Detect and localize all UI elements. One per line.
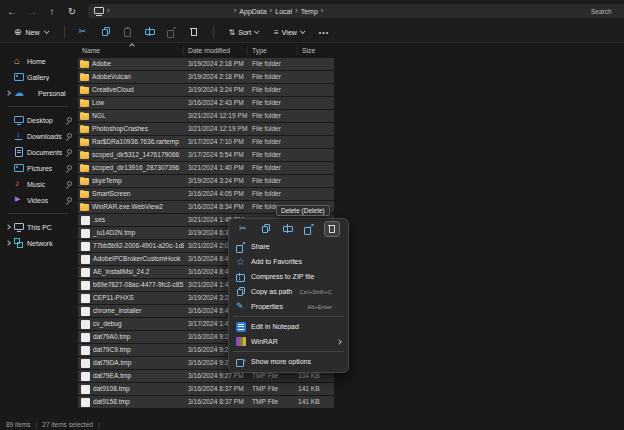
sidebar-item[interactable]: Documents — [0, 144, 76, 160]
quick-action-icon — [304, 224, 314, 234]
status-bar: 89 items | 27 items selected | — [0, 418, 624, 430]
file-type: File folder — [248, 162, 298, 174]
file-type-icon — [81, 346, 90, 355]
quick-action-button[interactable] — [259, 222, 273, 236]
sort-button[interactable]: ⇅ Sort — [224, 26, 264, 39]
context-menu-item[interactable]: WinRAR — [229, 334, 348, 349]
address-bar[interactable]: › › AppData › Local › Temp › — [88, 4, 616, 18]
file-name: b69e7827-08ac-4477-9fc2-c85138e7f894.t..… — [93, 279, 184, 291]
pin-icon — [66, 133, 72, 140]
toolbar-button[interactable] — [141, 24, 159, 40]
breadcrumb-separator: › — [321, 6, 324, 16]
breadcrumb-segment[interactable]: AppData › — [239, 6, 272, 16]
file-row[interactable]: dat9108.tmp 3/16/2024 8:37 PM TMP File 1… — [78, 383, 334, 395]
plus-circle-icon: ⊕ — [14, 27, 22, 37]
file-row[interactable]: SmartScreen 3/16/2024 4:05 PM File folde… — [78, 188, 334, 200]
file-type-icon — [81, 333, 90, 342]
file-type: File folder — [248, 149, 298, 161]
file-type: File folder — [248, 97, 298, 109]
sidebar-item-icon — [14, 72, 24, 82]
file-row[interactable]: AdobeVulcan 3/19/2024 2:18 PM File folde… — [78, 71, 334, 83]
file-date-modified: 3/19/2024 2:18 PM — [184, 58, 248, 70]
chevron-down-icon — [254, 28, 260, 34]
sidebar-item[interactable]: Downloads — [0, 128, 76, 144]
breadcrumb-segment[interactable]: Temp › — [301, 6, 324, 16]
toolbar-button[interactable] — [163, 24, 181, 40]
sidebar-item[interactable]: Home — [0, 53, 76, 69]
sidebar-item[interactable]: Pictures — [0, 160, 76, 176]
sidebar-item-icon — [14, 163, 24, 173]
sidebar-item[interactable]: Network — [0, 235, 76, 251]
file-row[interactable]: skyeTemp 3/19/2024 3:24 PM File folder — [78, 175, 334, 187]
sidebar-item[interactable]: Desktop — [0, 112, 76, 128]
column-header-size[interactable]: Size — [298, 46, 334, 55]
column-header-type[interactable]: Type — [248, 46, 298, 55]
context-menu-item[interactable]: Copy as path Ctrl+Shift+C — [229, 284, 348, 299]
search-input[interactable] — [586, 4, 624, 18]
expand-chevron-icon[interactable] — [5, 90, 11, 96]
toolbar-button[interactable] — [185, 24, 203, 40]
sidebar-item[interactable]: This PC — [0, 219, 76, 235]
file-size: 141 KB — [298, 396, 334, 408]
file-name: _iu14D2N.tmp — [93, 227, 135, 239]
context-menu-item[interactable]: Properties Alt+Enter — [229, 299, 348, 314]
file-row[interactable]: Low 3/16/2024 2:43 PM File folder — [78, 97, 334, 109]
context-menu-items: Share Add to Favorites Compress to ZIP f… — [229, 239, 348, 369]
expand-chevron-icon[interactable] — [5, 240, 11, 246]
view-button[interactable]: ≡ View — [269, 26, 309, 39]
file-row[interactable]: dat9158.tmp 3/16/2024 8:37 PM TMP File 1… — [78, 396, 334, 408]
up-button[interactable]: ↑ — [44, 3, 60, 19]
pin-icon — [66, 197, 72, 204]
file-row[interactable]: scoped_dir13916_287307396 3/21/2024 1:40… — [78, 162, 334, 174]
file-row[interactable]: NGL 3/21/2024 12:19 PM File folder — [78, 110, 334, 122]
quick-action-button[interactable] — [302, 222, 316, 236]
column-header-date[interactable]: Date modified — [184, 46, 248, 55]
file-name: dat79EA.tmp — [93, 370, 131, 382]
pin-icon — [66, 117, 72, 124]
file-name: dat9108.tmp — [93, 383, 130, 395]
file-type: File folder — [248, 84, 298, 96]
breadcrumb-segment[interactable]: Local › — [275, 6, 297, 16]
sidebar-item[interactable]: Videos — [0, 192, 76, 208]
file-name: scoped_dir5312_1476179066 — [92, 149, 179, 161]
file-date-modified: 3/16/2024 8:37 PM — [184, 383, 248, 395]
context-menu-item[interactable]: Edit in Notepad — [229, 319, 348, 334]
more-options-button[interactable]: ••• — [315, 29, 333, 36]
file-name: CreativeCloud — [92, 84, 134, 96]
file-date-modified: 3/21/2024 12:19 PM — [184, 110, 248, 122]
file-row[interactable]: Rar$DRa10936.7636.rartemp 3/17/2024 7:10… — [78, 136, 334, 148]
quick-action-button[interactable] — [281, 222, 295, 236]
file-row[interactable]: CreativeCloud 3/19/2024 3:24 PM File fol… — [78, 84, 334, 96]
file-type-icon — [80, 138, 89, 146]
file-row[interactable]: PhotoshopCrashes 3/21/2024 12:19 PM File… — [78, 123, 334, 135]
sidebar-item-icon — [14, 56, 24, 66]
sidebar-item[interactable]: Personal — [0, 85, 76, 101]
file-date-modified: 3/21/2024 12:19 PM — [184, 123, 248, 135]
refresh-button[interactable]: ↻ — [64, 3, 80, 19]
file-name: skyeTemp — [92, 175, 122, 187]
quick-action-button[interactable] — [324, 221, 340, 237]
context-menu-item[interactable]: Share — [229, 239, 348, 254]
context-menu-item[interactable]: Compress to ZIP file — [229, 269, 348, 284]
quick-action-button[interactable] — [237, 222, 251, 236]
toolbar-button-icon — [189, 27, 199, 37]
file-name: Low — [92, 97, 104, 109]
back-button[interactable]: ← — [4, 3, 20, 19]
new-button[interactable]: ⊕ New — [8, 25, 54, 39]
file-type: File folder — [248, 188, 298, 200]
file-date-modified: 3/16/2024 2:43 PM — [184, 97, 248, 109]
toolbar-button[interactable] — [97, 24, 115, 40]
toolbar-button[interactable] — [119, 24, 137, 40]
sidebar-item[interactable]: Gallery — [0, 69, 76, 85]
forward-button[interactable]: → — [24, 3, 40, 19]
context-menu-item[interactable]: Add to Favorites — [229, 254, 348, 269]
column-header-name[interactable]: Name — [78, 46, 184, 55]
sidebar-item[interactable]: Music — [0, 176, 76, 192]
context-menu-item[interactable]: Show more options — [229, 354, 348, 369]
expand-chevron-icon[interactable] — [5, 224, 11, 230]
file-type: File folder — [248, 110, 298, 122]
file-row[interactable]: scoped_dir5312_1476179066 3/17/2024 5:54… — [78, 149, 334, 161]
file-row[interactable]: Adobe 3/19/2024 2:18 PM File folder — [78, 58, 334, 70]
toolbar-button[interactable] — [75, 24, 93, 40]
menu-item-icon — [236, 287, 246, 297]
